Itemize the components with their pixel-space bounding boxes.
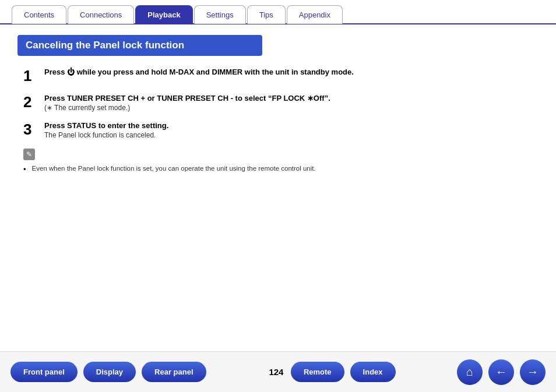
step-3: 3 Press STATUS to enter the setting. The…: [23, 121, 539, 139]
step-3-note: The Panel lock function is canceled.: [44, 131, 539, 139]
step-1-number: 1: [23, 68, 44, 84]
page-number: 124: [268, 367, 285, 377]
step-2-text: Press TUNER PRESET CH + or TUNER PRESET …: [44, 94, 539, 103]
index-button[interactable]: Index: [350, 362, 396, 382]
rear-panel-button[interactable]: Rear panel: [142, 362, 206, 382]
tab-playback[interactable]: Playback: [135, 5, 192, 24]
step-1: 1 Press ⏻ while you press and hold M-DAX…: [23, 68, 539, 84]
step-2: 2 Press TUNER PRESET CH + or TUNER PRESE…: [23, 94, 539, 112]
front-panel-button[interactable]: Front panel: [10, 362, 78, 382]
note-section: ✎ Even when the Panel lock function is s…: [17, 149, 539, 174]
prev-button[interactable]: ←: [488, 359, 514, 385]
step-1-text: Press ⏻ while you press and hold M-DAX a…: [44, 68, 539, 76]
tab-contents[interactable]: Contents: [12, 5, 66, 24]
display-button[interactable]: Display: [83, 362, 136, 382]
note-bullet: Even when the Panel lock function is set…: [23, 165, 539, 174]
step-3-content: Press STATUS to enter the setting. The P…: [44, 121, 539, 139]
step-2-content: Press TUNER PRESET CH + or TUNER PRESET …: [44, 94, 539, 112]
bottom-right-group: ⌂ ← →: [457, 359, 546, 385]
step-3-text: Press STATUS to enter the setting.: [44, 121, 539, 130]
home-button[interactable]: ⌂: [457, 359, 483, 385]
step-3-number: 3: [23, 121, 44, 138]
remote-button[interactable]: Remote: [291, 362, 344, 382]
tab-navigation: Contents Connections Playback Settings T…: [0, 0, 556, 24]
main-content: Canceling the Panel lock function 1 Pres…: [0, 24, 556, 179]
bottom-left-group: Front panel Display Rear panel: [10, 362, 206, 382]
tab-appendix[interactable]: Appendix: [287, 5, 343, 24]
tab-settings[interactable]: Settings: [194, 5, 246, 24]
tab-tips[interactable]: Tips: [247, 5, 286, 24]
pencil-icon: ✎: [26, 150, 32, 158]
bottom-center-group: 124 Remote Index: [268, 362, 396, 382]
step-2-note: (∗ The currently set mode.): [44, 104, 539, 112]
section-title: Canceling the Panel lock function: [17, 35, 262, 56]
steps-list: 1 Press ⏻ while you press and hold M-DAX…: [17, 68, 539, 139]
step-1-content: Press ⏻ while you press and hold M-DAX a…: [44, 68, 539, 77]
next-button[interactable]: →: [520, 359, 546, 385]
bottom-navigation: Front panel Display Rear panel 124 Remot…: [0, 351, 556, 392]
note-text: Even when the Panel lock function is set…: [32, 165, 316, 172]
step-2-number: 2: [23, 94, 44, 111]
note-icon: ✎: [23, 149, 35, 160]
tab-connections[interactable]: Connections: [68, 5, 134, 24]
